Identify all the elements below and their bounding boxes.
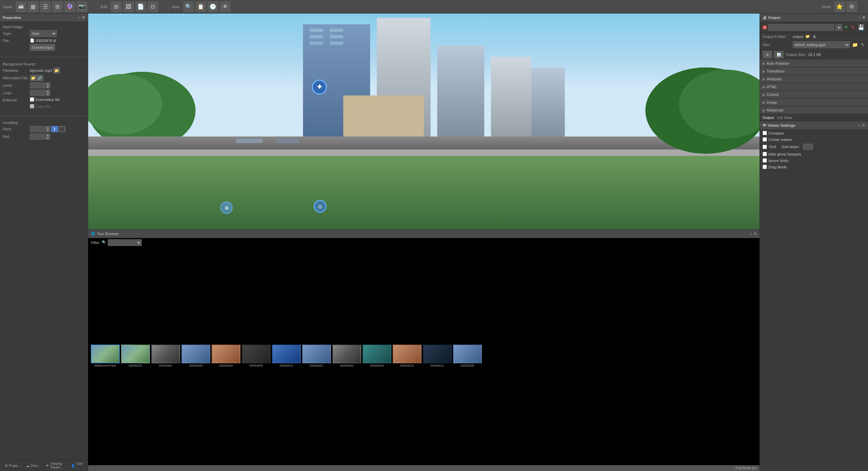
input-icon-2[interactable]: ▦ bbox=[28, 1, 39, 12]
film-thumb-00003650[interactable]: 00003650 bbox=[242, 345, 271, 367]
ignore-limits-checkbox[interactable] bbox=[763, 158, 767, 163]
output-close-icon[interactable]: ✕ bbox=[862, 15, 865, 20]
roll-input[interactable]: 0,00 bbox=[30, 134, 45, 140]
remove-output-button[interactable]: ✕ bbox=[850, 24, 856, 30]
view-icon-1[interactable]: 🔍 bbox=[183, 1, 194, 12]
output-tab[interactable]: Output bbox=[763, 116, 774, 120]
browse-folder-button[interactable]: 📁 bbox=[805, 34, 811, 39]
properties-minimize-icon[interactable]: ○ bbox=[78, 15, 80, 20]
film-thumb-00005539[interactable]: 00005539 bbox=[453, 345, 482, 367]
size-icon-2[interactable]: 📊 bbox=[774, 51, 784, 58]
hotspot-sound[interactable]: ◎ bbox=[314, 200, 327, 213]
tour-browser-minimize-icon[interactable]: ○ bbox=[750, 231, 752, 236]
add-output-button[interactable]: + bbox=[844, 24, 849, 31]
edit-icon-3[interactable]: 📄 bbox=[135, 1, 146, 12]
size-icon-1[interactable]: ⚙ bbox=[763, 51, 772, 58]
pitch-down-button[interactable]: ▼ bbox=[45, 129, 50, 132]
film-thumb-00003301[interactable]: 00003301 bbox=[151, 345, 180, 367]
tab-properties[interactable]: ⚙ Prope... bbox=[3, 461, 23, 470]
alt-sound-link-button[interactable]: 🔗 bbox=[37, 75, 43, 81]
drag-mode-checkbox[interactable] bbox=[763, 165, 767, 169]
film-thumb-00000325[interactable]: 00000325 bbox=[121, 345, 150, 367]
film-thumb-melbourne-park[interactable]: Melbourne Park bbox=[91, 345, 120, 367]
input-icon-3[interactable]: ☰ bbox=[40, 1, 51, 12]
input-icon-4[interactable]: ⊞ bbox=[52, 1, 63, 12]
accordion-header[interactable]: ▶ Auto Rotation bbox=[760, 60, 868, 67]
level-up-button[interactable]: ▲ bbox=[45, 82, 50, 85]
type-select[interactable]: Auto bbox=[30, 30, 57, 37]
hotspot-main[interactable]: ✦ bbox=[312, 80, 327, 95]
accordion-header[interactable]: ▶ Hotspots bbox=[760, 75, 868, 83]
tab-user[interactable]: 👤 User ... bbox=[69, 461, 85, 470]
copy-file-checkbox[interactable] bbox=[30, 104, 34, 108]
browse-skin-button[interactable]: 📁 bbox=[851, 42, 859, 47]
level-down-button[interactable]: ▼ bbox=[45, 85, 50, 88]
film-thumb-00004610[interactable]: 00004610 bbox=[393, 345, 421, 367]
clear-folder-button[interactable]: 🗑 bbox=[812, 35, 817, 39]
film-thumb-00004601[interactable]: 00004601 bbox=[302, 345, 331, 367]
tour-browser-close-icon[interactable]: ✕ bbox=[753, 231, 757, 236]
output-profile-select[interactable]: ▾ bbox=[835, 24, 842, 31]
film-thumb-00003648[interactable]: 00003648 bbox=[212, 345, 240, 367]
input-icon-6[interactable]: 📷 bbox=[77, 1, 87, 12]
convert-input-button[interactable]: Convert Input bbox=[30, 44, 55, 51]
output-minimize-icon[interactable]: ○ bbox=[858, 15, 861, 20]
loop-input[interactable]: -1 bbox=[30, 90, 45, 96]
compass-checkbox[interactable] bbox=[763, 131, 767, 135]
accordion-arrow-icon: ▶ bbox=[763, 93, 765, 97]
externalize-checkbox[interactable] bbox=[30, 97, 34, 102]
viewer-image[interactable]: ✦ ⊕ ◎ bbox=[88, 14, 760, 229]
view-icon-2[interactable]: 📋 bbox=[195, 1, 206, 12]
viewer-settings-close-icon[interactable]: ✕ bbox=[862, 123, 865, 128]
grid-row: Grid Grid steps: bbox=[760, 143, 868, 151]
film-thumb-00004611[interactable]: 00004611 bbox=[423, 345, 452, 367]
view-icon-4[interactable]: 👁 bbox=[220, 1, 231, 12]
accordion-header[interactable]: ▶ Transitions bbox=[760, 67, 868, 75]
edit-icon-4[interactable]: ⊟ bbox=[147, 1, 158, 12]
accordion-header[interactable]: ▶ Image bbox=[760, 99, 868, 106]
edit-icon-2[interactable]: 🖼 bbox=[123, 1, 134, 12]
save-output-button[interactable]: 💾 bbox=[857, 24, 865, 30]
edit-icon-1[interactable]: ⊞ bbox=[111, 1, 122, 12]
skin-select[interactable]: default_loading.ggsk bbox=[793, 41, 850, 48]
film-thumb-00005540[interactable]: 00005540 bbox=[362, 345, 391, 367]
levelling-label: Levelling: bbox=[3, 121, 85, 125]
film-thumb-00004513[interactable]: 00004513 bbox=[272, 345, 301, 367]
browse-sound-button[interactable]: 📁 bbox=[53, 67, 60, 74]
roll-up-button[interactable]: ▲ bbox=[45, 134, 50, 137]
properties-close-icon[interactable]: ✕ bbox=[82, 15, 85, 20]
input-icon-1[interactable]: 🏔 bbox=[16, 1, 26, 12]
loop-up-button[interactable]: ▲ bbox=[45, 90, 50, 93]
view-icon-3[interactable]: 🕐 bbox=[208, 1, 218, 12]
tools-icon-1[interactable]: ⭐ bbox=[834, 1, 845, 12]
loop-down-button[interactable]: ▼ bbox=[45, 93, 50, 96]
output-filename-input[interactable]: Melbourne_out.xml bbox=[768, 24, 834, 31]
hotspot-nav[interactable]: ⊕ bbox=[220, 202, 233, 214]
hide-ghost-checkbox[interactable] bbox=[763, 152, 767, 156]
filter-select[interactable] bbox=[108, 239, 142, 246]
pitch-up-button[interactable]: ▲ bbox=[45, 126, 50, 129]
panorama-background: ✦ ⊕ ◎ bbox=[88, 14, 760, 229]
roll-down-button[interactable]: ▼ bbox=[45, 137, 50, 140]
level-input[interactable]: 0,70 bbox=[30, 82, 45, 88]
tools-icon-2[interactable]: ⚙ bbox=[846, 1, 857, 12]
pitch-info-button[interactable]: ℹ bbox=[51, 126, 58, 132]
accordion-header[interactable]: ▶ HTML bbox=[760, 83, 868, 90]
pitch-input[interactable]: 0,00 bbox=[30, 126, 45, 132]
film-thumb-00004600[interactable]: 00004600 bbox=[332, 345, 361, 367]
edit-skin-button[interactable]: ✎ bbox=[860, 42, 865, 47]
browse-alt-sound-button[interactable]: 📁 bbox=[30, 75, 37, 81]
film-thumb-00003569[interactable]: 00003569 bbox=[181, 345, 210, 367]
input-icon-5[interactable]: 🔮 bbox=[64, 1, 75, 12]
accordion-header[interactable]: ▶ Advanced bbox=[760, 106, 868, 114]
tab-viewing-params[interactable]: 👁 Viewing Param... bbox=[44, 461, 67, 470]
accordion-header[interactable]: ▶ Control bbox=[760, 91, 868, 98]
tab-overview[interactable]: ☁ Over... bbox=[24, 461, 42, 470]
grid-steps-input[interactable] bbox=[803, 144, 813, 150]
viewer-settings-minimize-icon[interactable]: ○ bbox=[858, 123, 861, 128]
tab-overview-label: Over... bbox=[31, 464, 40, 468]
list-view-tab[interactable]: List View bbox=[777, 116, 792, 120]
pitch-reset-button[interactable]: ⬛ bbox=[59, 126, 65, 132]
center-marker-checkbox[interactable] bbox=[763, 137, 767, 142]
grid-checkbox[interactable] bbox=[763, 145, 767, 149]
